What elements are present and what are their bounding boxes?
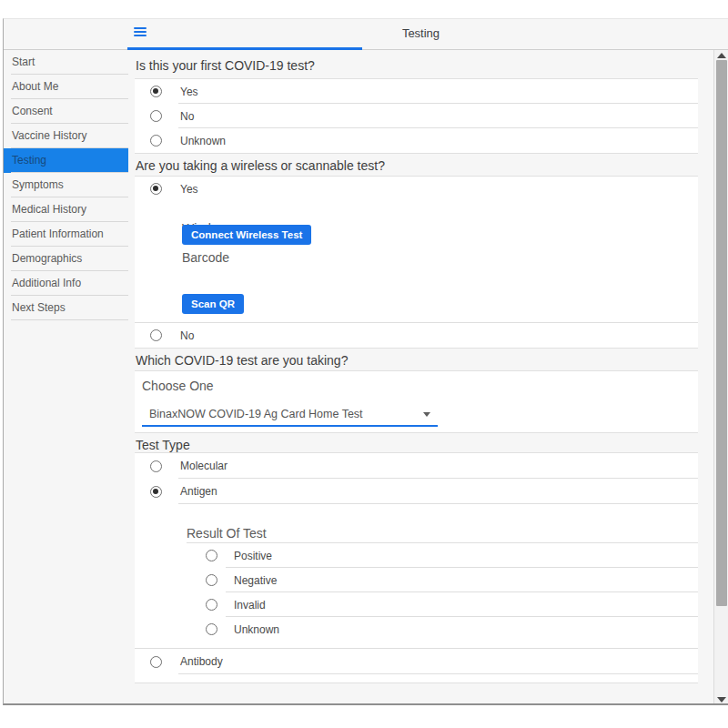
sidebar-item-additional-info[interactable]: Additional Info: [4, 271, 128, 296]
radio-button[interactable]: [206, 574, 217, 586]
radio-option-positive[interactable]: Positive: [135, 543, 698, 568]
scroll-down-arrow-icon[interactable]: [717, 697, 726, 703]
radio-button[interactable]: [206, 623, 217, 635]
question-wireless-title: Are you taking a wireless or scannable t…: [128, 154, 713, 176]
question-which-test-title: Which COVID-19 test are you taking?: [128, 349, 713, 370]
scan-qr-button[interactable]: Scan QR: [182, 294, 244, 314]
sidebar-item-next-steps[interactable]: Next Steps: [4, 296, 128, 320]
radio-button-selected[interactable]: [150, 86, 162, 97]
test-select-card: Choose One BinaxNOW COVID-19 Ag Card Hom…: [135, 370, 698, 433]
result-of-test-section: Result Of Test Positive Negative Invalid: [135, 504, 698, 649]
radio-label: Unknown: [234, 623, 279, 636]
radio-label: Molecular: [180, 460, 228, 472]
radio-label: Invalid: [234, 599, 266, 612]
radio-option-unknown[interactable]: Unknown: [135, 617, 698, 642]
sidebar-item-patient-information[interactable]: Patient Information: [4, 222, 128, 247]
radio-button-selected[interactable]: [150, 183, 162, 195]
wireless-options-card: Yes Wireless Connect Wireless Test Barco…: [135, 176, 698, 349]
sidebar-item-testing[interactable]: Testing: [4, 148, 128, 173]
wireless-label: Wireless: [182, 201, 698, 221]
screen: Testing Start About Me Consent Vaccine H…: [0, 0, 728, 728]
radio-option-no[interactable]: No: [135, 104, 698, 128]
radio-label: Antigen: [180, 485, 217, 498]
page-title: Testing: [128, 19, 713, 47]
chevron-down-icon: [423, 412, 430, 417]
radio-label: No: [180, 110, 194, 123]
radio-option-yes[interactable]: Yes: [135, 79, 698, 104]
result-of-test-title: Result Of Test: [187, 504, 698, 543]
radio-option-molecular[interactable]: Molecular: [135, 453, 698, 479]
barcode-label: Barcode: [182, 250, 698, 267]
top-header: Testing: [4, 19, 728, 47]
app-frame: Testing Start About Me Consent Vaccine H…: [3, 18, 728, 705]
radio-button[interactable]: [150, 329, 162, 341]
radio-label: Yes: [180, 183, 198, 196]
radio-option-invalid[interactable]: Invalid: [135, 592, 698, 617]
radio-label: Unknown: [180, 135, 226, 147]
form-content: Is this your first COVID-19 test? Yes No…: [128, 50, 713, 703]
radio-button[interactable]: [150, 135, 162, 147]
scroll-up-arrow-icon[interactable]: [717, 53, 726, 58]
radio-button[interactable]: [206, 599, 217, 611]
sidebar-item-consent[interactable]: Consent: [4, 99, 128, 124]
radio-button[interactable]: [150, 460, 162, 472]
radio-option-negative[interactable]: Negative: [135, 568, 698, 592]
sidebar-item-start[interactable]: Start: [4, 50, 128, 75]
question-first-test-title: Is this your first COVID-19 test?: [128, 50, 713, 78]
radio-option-no[interactable]: No: [135, 323, 698, 348]
radio-label: No: [180, 329, 194, 342]
choose-one-label: Choose One: [142, 379, 691, 395]
connect-wireless-test-button[interactable]: Connect Wireless Test: [182, 225, 311, 245]
radio-button-selected[interactable]: [150, 486, 162, 498]
vertical-scrollbar[interactable]: [713, 50, 728, 703]
radio-button[interactable]: [150, 110, 162, 122]
radio-option-yes[interactable]: Yes: [135, 177, 698, 201]
question-test-type-title: Test Type: [128, 433, 713, 452]
first-test-options-card: Yes No Unknown: [135, 78, 698, 154]
test-select-dropdown[interactable]: BinaxNOW COVID-19 Ag Card Home Test: [142, 406, 438, 427]
test-type-card: Molecular Antigen Result Of Test Positiv…: [135, 452, 698, 683]
sidebar-item-about-me[interactable]: About Me: [4, 75, 128, 99]
radio-option-unknown[interactable]: Unknown: [135, 128, 698, 153]
radio-label: Negative: [234, 574, 277, 587]
sidebar-item-vaccine-history[interactable]: Vaccine History: [4, 124, 128, 148]
radio-option-antigen[interactable]: Antigen: [135, 479, 698, 504]
radio-label: Antibody: [180, 655, 223, 668]
radio-label: Positive: [234, 550, 272, 562]
radio-button[interactable]: [150, 656, 162, 668]
wireless-expanded-panel: Wireless Connect Wireless Test Barcode S…: [135, 201, 698, 323]
sidebar-item-medical-history[interactable]: Medical History: [4, 197, 128, 222]
sidebar-item-demographics[interactable]: Demographics: [4, 247, 128, 271]
scrollbar-thumb[interactable]: [716, 60, 727, 606]
radio-button[interactable]: [206, 550, 217, 561]
radio-option-antibody[interactable]: Antibody: [135, 649, 698, 674]
radio-label: Yes: [180, 86, 198, 98]
sidebar-nav: Start About Me Consent Vaccine History T…: [4, 50, 128, 320]
selected-test-value: BinaxNOW COVID-19 Ag Card Home Test: [149, 408, 363, 420]
card-bottom-spacer: [135, 674, 698, 682]
sidebar-item-symptoms[interactable]: Symptoms: [4, 173, 128, 197]
